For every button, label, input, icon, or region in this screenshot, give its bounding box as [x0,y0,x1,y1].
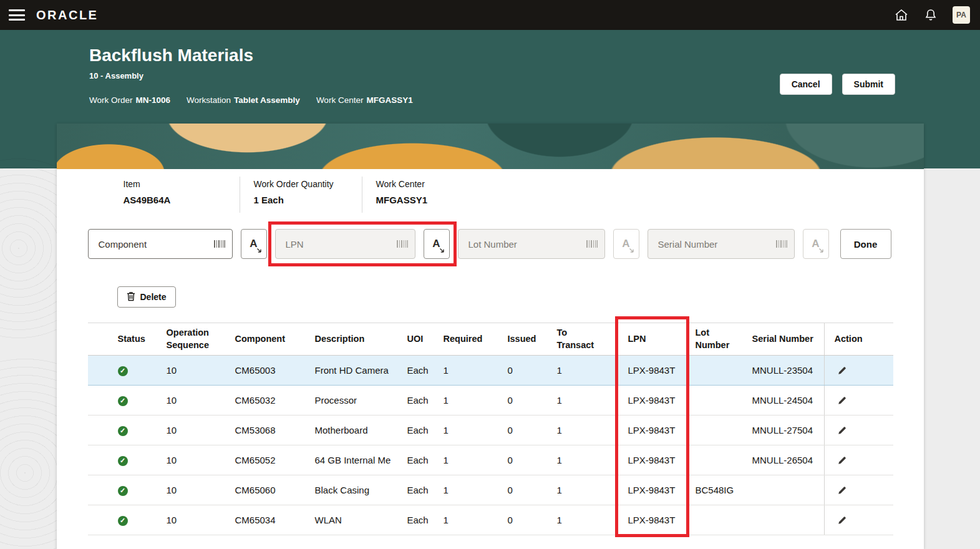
table-row[interactable]: ✓10CM53068MotherboardEach101LPX-9843TMNU… [88,415,893,445]
meta-value: MFGASSY1 [366,95,412,105]
lot-number-scan-field [458,229,605,259]
meta-label: Work Center [316,95,364,105]
cell-issued: 0 [508,455,557,465]
scan-input-row: A A [88,229,893,259]
edit-row-button[interactable] [835,453,850,468]
edit-row-button[interactable] [835,513,850,528]
status-cell: ✓ [88,394,167,406]
cell-description: Black Casing [315,485,407,495]
component-keyboard-entry-icon[interactable]: A [241,229,267,259]
top-app-bar: ORACLE PA [0,0,980,30]
meta-label: Workstation [187,95,231,105]
column-header-lot: Lot Number [696,327,752,351]
status-ok-icon: ✓ [118,396,128,406]
status-ok-icon: ✓ [118,366,128,376]
edit-row-button[interactable] [835,483,850,498]
cell-to-transact: 1 [557,515,628,525]
delete-button[interactable]: Delete [117,286,176,308]
edit-row-button[interactable] [835,423,850,438]
lpn-scan-group: A [275,229,450,259]
cancel-button[interactable]: Cancel [780,74,832,95]
summary-label: Item [124,179,240,189]
meta-label: Work Order [89,95,133,105]
cell-issued: 0 [508,425,557,435]
lot-number-input [467,238,581,250]
submit-button[interactable]: Submit [842,74,895,95]
status-cell: ✓ [88,424,167,436]
cell-issued: 0 [508,395,557,406]
edit-row-button[interactable] [835,393,850,408]
status-ok-icon: ✓ [118,426,128,436]
status-cell: ✓ [88,454,167,466]
cell-issued: 0 [508,365,557,376]
cell-description: Front HD Camera [315,365,407,376]
cell-op-seq: 10 [167,365,235,376]
cell-lpn: LPX-9843T [628,395,696,406]
action-cell [824,356,893,385]
status-cell: ✓ [88,364,167,376]
column-header-required: Required [444,333,508,346]
cell-uoi: Each [407,485,444,495]
cell-required: 1 [444,365,508,376]
cell-required: 1 [444,455,508,465]
work-order-meta: Work OrderMN-1006 WorkstationTablet Asse… [89,95,980,105]
cell-component: CM65032 [235,395,315,406]
oracle-logo: ORACLE [36,8,98,22]
summary-work-center: Work Center MFGASSY1 [362,177,493,213]
summary-value: MFGASSY1 [376,195,493,205]
component-input[interactable] [97,238,208,250]
action-cell [824,445,893,475]
table-row[interactable]: ✓10CM65003Front HD CameraEach101LPX-9843… [88,356,893,386]
meta-value: Tablet Assembly [234,95,300,105]
component-scan-field[interactable] [88,229,233,259]
cell-uoi: Each [407,425,444,435]
serial-number-input [657,238,770,250]
delete-button-label: Delete [140,292,167,302]
cell-uoi: Each [407,365,444,376]
summary-item: Item AS49B64A [124,177,240,213]
user-avatar[interactable]: PA [953,6,970,24]
column-header-description: Description [315,333,407,346]
table-row[interactable]: ✓10CM65060Black CasingEach101LPX-9843TBC… [88,475,893,505]
cell-description: Processor [315,395,407,406]
cell-component: CM65052 [235,455,315,465]
cell-issued: 0 [508,485,557,495]
table-row[interactable]: ✓10CM65032ProcessorEach101LPX-9843TMNULL… [88,386,893,415]
cell-serial: MNULL-24504 [752,395,824,406]
cell-lpn: LPX-9843T [628,485,696,495]
cell-description: Motherboard [315,425,407,435]
summary-value: 1 Each [254,195,362,205]
hamburger-menu-icon[interactable] [9,9,25,21]
column-header-issued: Issued [508,333,557,346]
home-icon[interactable] [894,8,909,22]
cell-component: CM53068 [235,425,315,435]
cell-uoi: Each [407,395,444,406]
cell-lpn: LPX-9843T [628,425,696,435]
edit-row-button[interactable] [835,363,850,378]
column-header-to-transact: To Transact [557,327,628,351]
cell-component: CM65060 [235,485,315,495]
notifications-bell-icon[interactable] [924,8,938,22]
barcode-icon [586,240,598,251]
barcode-icon [214,240,225,251]
table-header-row: StatusOperation SequenceComponentDescrip… [88,323,893,356]
table-row[interactable]: ✓10CM6505264 GB Internal MeEach101LPX-98… [88,445,893,475]
cell-to-transact: 1 [557,485,628,495]
cell-to-transact: 1 [557,455,628,465]
cell-op-seq: 10 [167,395,235,406]
cell-serial: MNULL-26504 [752,455,824,465]
column-header-serial: Serial Number [752,333,824,346]
lpn-input [284,238,391,250]
lpn-keyboard-entry-icon[interactable]: A [424,229,450,259]
content-area: Item AS49B64A Work Order Quantity 1 Each… [0,124,980,504]
meta-work-center: Work CenterMFGASSY1 [316,95,413,105]
column-header-component: Component [235,333,315,346]
column-header-action: Action [824,323,893,355]
serial-keyboard-entry-icon: A [803,229,829,259]
cell-required: 1 [444,515,508,525]
meta-value: MN-1006 [136,95,171,105]
cell-lpn: LPX-9843T [628,515,696,525]
table-row[interactable]: ✓10CM65034WLANEach101LPX-9843T [88,505,893,535]
cell-op-seq: 10 [167,455,235,465]
done-button[interactable]: Done [840,229,891,259]
